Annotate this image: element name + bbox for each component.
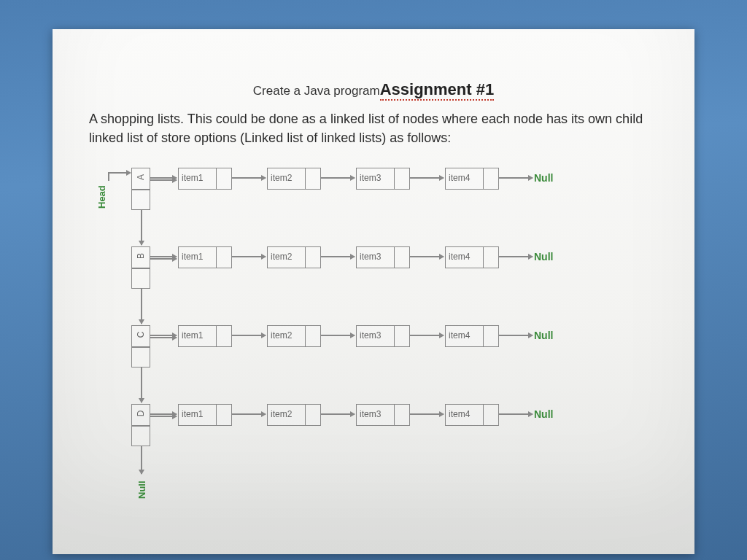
- pointer-arrow: [321, 413, 355, 415]
- item-node: item4: [445, 325, 499, 347]
- pointer-arrow: [232, 413, 266, 415]
- pointer-arrow: [232, 256, 266, 257]
- pointer-arrow: [321, 256, 355, 257]
- item-node-label: item2: [271, 173, 292, 183]
- store-node-label: C: [136, 326, 146, 343]
- pointer-arrow: [410, 335, 444, 336]
- null-terminator: Null: [534, 408, 553, 420]
- item-node: item3: [356, 404, 410, 426]
- pointer-arrow: [499, 335, 533, 336]
- item-node-label: item1: [182, 330, 203, 341]
- pointer-arrow: [150, 413, 177, 415]
- pointer-arrow: [232, 335, 266, 336]
- pointer-arrow: [410, 256, 444, 257]
- item-node: item3: [356, 325, 410, 347]
- pointer-arrow: [141, 289, 142, 324]
- item-node-label: item1: [182, 173, 203, 183]
- item-node-label: item2: [271, 330, 292, 341]
- head-label: Head: [96, 185, 107, 209]
- item-node-label: item4: [449, 330, 470, 341]
- pointer-arrow: [410, 177, 444, 179]
- document-page: Create a Java programAssignment #1 A sho…: [53, 29, 694, 554]
- pointer-arrow: [499, 413, 533, 415]
- store-node-label: D: [136, 405, 146, 422]
- store-node: A: [131, 168, 150, 210]
- store-node: B: [131, 246, 150, 289]
- pointer-arrow: [150, 256, 177, 257]
- photo-background: Create a Java programAssignment #1 A sho…: [0, 0, 747, 560]
- item-node: item4: [445, 246, 499, 268]
- item-node: item1: [178, 168, 232, 190]
- item-node-label: item4: [449, 409, 470, 419]
- pointer-arrow: [410, 413, 444, 415]
- item-node-label: item3: [360, 409, 381, 419]
- pointer-arrow: [141, 446, 142, 474]
- store-node: D: [131, 404, 150, 446]
- item-node: item2: [267, 404, 321, 426]
- store-node-label: B: [136, 247, 146, 265]
- linked-list-diagram: Head Aitem1item2item3item4NullBitem1item…: [89, 168, 658, 518]
- item-node-label: item3: [360, 252, 381, 262]
- item-node-label: item3: [360, 330, 381, 341]
- store-node-label: A: [136, 168, 146, 186]
- pointer-arrow: [499, 256, 533, 257]
- item-node: item3: [356, 246, 410, 268]
- item-node: item4: [445, 404, 499, 426]
- item-node-label: item4: [449, 173, 470, 183]
- item-node: item1: [178, 246, 232, 268]
- item-node-label: item2: [271, 409, 292, 419]
- pointer-arrow: [150, 335, 177, 336]
- item-node-label: item4: [449, 252, 470, 262]
- item-node-label: item3: [360, 173, 381, 183]
- null-terminator: Null: [534, 251, 553, 262]
- title-line: Create a Java programAssignment #1: [89, 80, 658, 99]
- item-node-label: item1: [182, 252, 203, 262]
- store-node: C: [131, 325, 150, 368]
- pointer-arrow: [150, 177, 177, 179]
- null-terminator-vertical: Null: [136, 481, 147, 499]
- pointer-arrow: [232, 177, 266, 179]
- pointer-arrow: [321, 177, 355, 179]
- item-node: item4: [445, 168, 499, 190]
- pointer-arrow: [321, 335, 355, 336]
- null-terminator: Null: [534, 172, 553, 184]
- description-text: A shopping lists. This could be done as …: [89, 109, 658, 147]
- item-node-label: item1: [182, 409, 203, 419]
- item-node: item2: [267, 246, 321, 268]
- pointer-arrow: [141, 210, 142, 245]
- item-node: item2: [267, 168, 321, 190]
- item-node: item1: [178, 404, 232, 426]
- title-main: Assignment #1: [380, 80, 495, 101]
- null-terminator: Null: [534, 330, 553, 341]
- item-node-label: item2: [271, 252, 292, 262]
- title-prefix: Create a Java program: [253, 84, 380, 98]
- item-node: item1: [178, 325, 232, 347]
- item-node: item3: [356, 168, 410, 190]
- pointer-arrow: [499, 177, 533, 179]
- pointer-arrow: [141, 368, 142, 402]
- item-node: item2: [267, 325, 321, 347]
